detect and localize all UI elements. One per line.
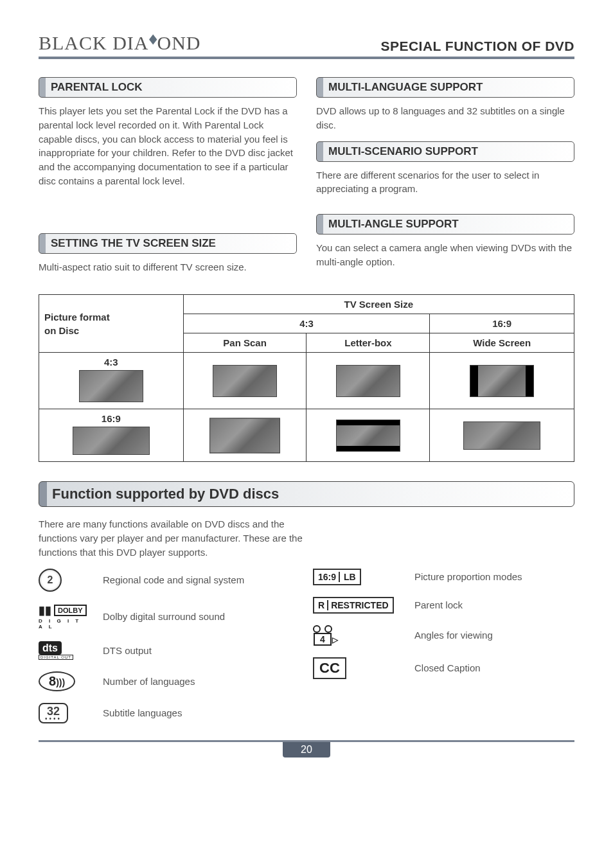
- restricted-text: RESTRICTED: [331, 600, 388, 610]
- left-column: PARENTAL LOCK This player lets you set t…: [39, 77, 297, 283]
- feature-subtitles: 32 •••• Subtitle languages: [39, 703, 300, 723]
- restricted-r: R: [318, 600, 328, 610]
- feature-region: 2 Regional code and signal system: [39, 569, 300, 592]
- cell-43-pan: [183, 353, 306, 409]
- row-43: 4:3: [39, 353, 184, 409]
- cc-icon: CC: [313, 657, 346, 679]
- feature-dts-label: DTS output: [103, 645, 152, 656]
- feature-restricted-label: Parent lock: [414, 599, 463, 610]
- aspect-169: 16:9: [318, 572, 336, 582]
- section-angle-body: You can select a camera angle when viewi…: [316, 241, 574, 269]
- feature-restricted: R RESTRICTED Parent lock: [313, 597, 574, 614]
- dts-text: dts: [39, 641, 62, 655]
- section-scenario-body: There are different scenarios for the us…: [316, 168, 574, 197]
- right-column: MULTI-LANGUAGE SUPPORT DVD allows up to …: [316, 77, 574, 283]
- section-parental-body: This player lets you set the Parental Lo…: [39, 104, 297, 188]
- region-num: 2: [48, 574, 53, 586]
- feature-languages-label: Number of languages: [103, 676, 195, 687]
- th-43: 4:3: [183, 314, 430, 333]
- row-169-label: 16:9: [102, 413, 121, 424]
- th-tvsize: TV Screen Size: [183, 295, 574, 314]
- dolby-text: DOLBY: [54, 605, 87, 616]
- angles-num: 4: [320, 634, 325, 644]
- aspect-lb: LB: [339, 572, 356, 582]
- th-picture-format: Picture format on Disc: [39, 295, 184, 353]
- th-letter: Letter-box: [306, 333, 430, 353]
- feature-dolby-label: Dolby digital surround sound: [103, 611, 225, 622]
- feature-subtitles-label: Subtitle languages: [103, 707, 182, 718]
- big-section-title: Function supported by DVD discs: [39, 481, 574, 507]
- big-section-body: There are many functions available on DV…: [39, 517, 315, 559]
- thumb-169-disc: [73, 427, 150, 455]
- lang-num: 8: [49, 674, 56, 688]
- features-grid: 2 Regional code and signal system ▮▮DOLB…: [39, 569, 574, 723]
- cell-169-pan: [183, 409, 306, 462]
- subtitles-icon: 32 ••••: [39, 703, 68, 723]
- cell-169-letter: [306, 409, 430, 462]
- feature-languages: 8))) Number of languages: [39, 671, 300, 691]
- section-scenario-title: MULTI-SCENARIO SUPPORT: [316, 141, 574, 162]
- th-169: 16:9: [430, 314, 574, 333]
- feature-angles: 4▷ Angles for viewing: [313, 625, 574, 646]
- cell-169-wide: [430, 409, 574, 462]
- feature-aspect: 16:9 LB Picture proportion modes: [313, 569, 574, 585]
- feature-cc: CC Closed Caption: [313, 657, 574, 679]
- feature-angles-label: Angles for viewing: [414, 630, 493, 641]
- region-icon: 2: [39, 569, 62, 592]
- section-multilang-title: MULTI-LANGUAGE SUPPORT: [316, 77, 574, 98]
- page-header: BLACK DIA◆OND SPECIAL FUNCTION OF DVD: [39, 32, 574, 59]
- thumb-icon: [336, 365, 400, 397]
- restricted-icon: R RESTRICTED: [313, 597, 394, 614]
- feature-region-label: Regional code and signal system: [103, 574, 244, 585]
- page-footer: 20: [39, 740, 574, 757]
- thumb-icon: [213, 365, 277, 397]
- feature-dts: dts DIGITAL OUT DTS output: [39, 641, 300, 660]
- dts-sub: DIGITAL OUT: [39, 655, 73, 660]
- th-wide: Wide Screen: [430, 333, 574, 353]
- feature-aspect-label: Picture proportion modes: [414, 571, 522, 582]
- row-43-label: 4:3: [104, 357, 118, 368]
- th-picture-format-1: Picture format: [44, 312, 110, 323]
- languages-icon: 8))): [39, 671, 75, 691]
- thumb-icon: [209, 418, 280, 453]
- section-screen-body: Multi-aspect ratio suit to different TV …: [39, 260, 297, 274]
- angles-icon: 4▷: [313, 625, 332, 646]
- feature-dolby: ▮▮DOLBY D I G I T A L Dolby digital surr…: [39, 603, 300, 630]
- th-pan: Pan Scan: [183, 333, 306, 353]
- two-column-layout: PARENTAL LOCK This player lets you set t…: [39, 77, 574, 283]
- row-169: 16:9: [39, 409, 184, 462]
- cell-43-letter: [306, 353, 430, 409]
- features-right: 16:9 LB Picture proportion modes R RESTR…: [313, 569, 574, 723]
- cell-43-wide: [430, 353, 574, 409]
- dolby-icon: ▮▮DOLBY D I G I T A L: [39, 603, 87, 630]
- section-multilang-body: DVD allows up to 8 languages and 32 subt…: [316, 104, 574, 132]
- thumb-43-disc: [79, 370, 143, 402]
- aspect-icon: 16:9 LB: [313, 569, 361, 585]
- thumb-icon: [336, 420, 400, 452]
- page-number: 20: [283, 742, 330, 757]
- feature-cc-label: Closed Caption: [414, 662, 481, 673]
- section-parental-title: PARENTAL LOCK: [39, 77, 297, 98]
- th-picture-format-2: on Disc: [44, 325, 79, 336]
- brand-logo: BLACK DIA◆OND: [39, 32, 201, 54]
- page-title: SPECIAL FUNCTION OF DVD: [380, 39, 574, 54]
- screen-size-table: Picture format on Disc TV Screen Size 4:…: [39, 294, 574, 462]
- dts-icon: dts DIGITAL OUT: [39, 641, 73, 660]
- section-screen-title: SETTING THE TV SCREEN SIZE: [39, 233, 297, 254]
- thumb-icon: [463, 421, 540, 450]
- brand-text-1: BLACK DIA: [39, 32, 149, 54]
- diamond-icon: ◆: [149, 30, 157, 46]
- brand-text-2: OND: [157, 32, 201, 54]
- thumb-icon: [470, 365, 534, 397]
- features-left: 2 Regional code and signal system ▮▮DOLB…: [39, 569, 300, 723]
- dolby-sub: D I G I T A L: [39, 618, 87, 630]
- section-angle-title: MULTI-ANGLE SUPPORT: [316, 214, 574, 235]
